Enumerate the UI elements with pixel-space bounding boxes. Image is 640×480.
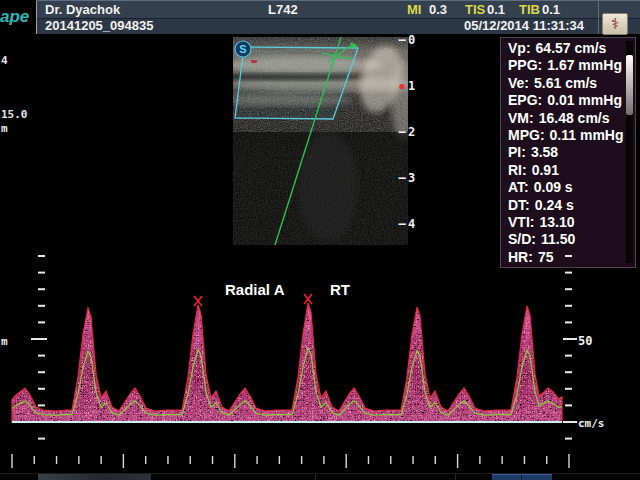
measurement-row: Ve:5.61 cm/s	[508, 75, 624, 92]
measurement-label: VM:	[508, 110, 534, 126]
left-edge-label-3: m	[1, 122, 8, 135]
panel-scrollbar-thumb[interactable]	[626, 55, 633, 115]
mi-value: 0.3	[429, 2, 447, 18]
orientation-logo-letter: S	[239, 43, 246, 55]
measurement-label: AT:	[508, 179, 529, 195]
depth-scale-row: – 2	[398, 124, 424, 140]
measurement-label: MPG:	[508, 127, 545, 143]
measurement-panel: Vp:64.57 cm/s PPG:1.67 mmHg Ve:5.61 cm/s…	[500, 37, 636, 268]
measurement-row: EPG:0.01 mmHg	[508, 92, 624, 109]
depth-tick: ●	[398, 81, 406, 91]
measurement-value: 0.11 mmHg	[550, 127, 624, 143]
measurement-row: S/D:11.50	[508, 231, 624, 248]
measurement-label: PPG:	[508, 57, 542, 73]
measurement-row: PPG:1.67 mmHg	[508, 57, 624, 74]
measurement-label: VTI:	[508, 214, 534, 230]
measurement-label: DT:	[508, 197, 530, 213]
depth-tick: –	[398, 217, 406, 231]
measurement-label: EPG:	[508, 92, 542, 108]
measurement-row: VM:16.48 cm/s	[508, 110, 624, 127]
measurement-value: 64.57 cm/s	[536, 40, 607, 56]
depth-label: 3	[408, 171, 415, 185]
measurement-row: AT:0.09 s	[508, 179, 624, 196]
brand-logo: ape	[0, 7, 29, 27]
bmode-image: S	[233, 37, 408, 245]
marker-dot	[251, 60, 257, 63]
ultrasound-screen: Dr. Dyachok L742 MI 0.3 TIS 0.1 TIB 0.1 …	[0, 0, 640, 480]
header-separator-right	[598, 1, 599, 34]
spectral-display	[0, 250, 640, 472]
filmstrip-thumbnails[interactable]	[38, 474, 150, 480]
left-edge-label-2: 15.0	[1, 108, 28, 121]
measurement-label: RI:	[508, 162, 527, 178]
filmstrip-divider	[150, 474, 151, 480]
header-bar: Dr. Dyachok L742 MI 0.3 TIS 0.1 TIB 0.1 …	[0, 0, 640, 34]
measurement-value: 1.67 mmHg	[547, 57, 622, 73]
measurement-row: Vp:64.57 cm/s	[508, 40, 624, 57]
measurement-value: 0.91	[532, 162, 559, 178]
depth-label: 2	[408, 125, 415, 139]
mi-label: MI	[407, 2, 421, 18]
left-edge-label-1: 4	[1, 54, 8, 67]
depth-scale: – 0 ● 1 – 2 – 3 – 4	[398, 32, 424, 272]
depth-tick: –	[398, 33, 406, 47]
measurement-value: 13.10	[539, 214, 574, 230]
depth-label: 4	[408, 217, 415, 231]
depth-scale-row: – 0	[398, 32, 424, 48]
probe-name: L742	[268, 2, 298, 18]
measurement-row: VTI:13.10	[508, 214, 624, 231]
depth-label: 1	[408, 79, 415, 93]
measurement-list: Vp:64.57 cm/s PPG:1.67 mmHg Ve:5.61 cm/s…	[508, 40, 624, 266]
measurement-label: S/D:	[508, 231, 536, 247]
depth-tick: –	[398, 171, 406, 185]
depth-label: 0	[408, 33, 415, 47]
filmstrip-active-segment[interactable]	[492, 474, 552, 480]
depth-scale-row: – 4	[398, 216, 424, 232]
tis-label: TIS	[465, 2, 485, 18]
tis-value: 0.1	[487, 2, 505, 18]
caliper-marker[interactable]	[194, 296, 202, 306]
measurement-value: 0.01 mmHg	[547, 92, 622, 108]
tib-label: TIB	[519, 2, 540, 18]
brand-logo-zone: ape	[0, 0, 36, 34]
measurement-row: MPG:0.11 mmHg	[508, 127, 624, 144]
measurement-label: Ve:	[508, 75, 529, 91]
cine-filmstrip[interactable]	[0, 473, 640, 480]
measurement-value: 0.09 s	[534, 179, 573, 195]
exam-datetime: 05/12/2014 11:31:34	[464, 18, 584, 34]
depth-scale-row: – 3	[398, 170, 424, 186]
caliper-marker[interactable]	[304, 294, 312, 304]
measurement-label: PI:	[508, 144, 526, 160]
header-separator	[36, 1, 37, 34]
clinic-emblem-icon[interactable]: ⚕	[602, 13, 628, 35]
measurement-value: 16.48 cm/s	[539, 110, 610, 126]
physician-name: Dr. Dyachok	[45, 2, 120, 18]
measurement-row: PI:3.58	[508, 144, 624, 161]
measurement-value: 5.61 cm/s	[534, 75, 597, 91]
filmstrip-divider	[455, 474, 456, 480]
filmstrip-divider	[315, 474, 316, 480]
measurement-row: DT:0.24 s	[508, 197, 624, 214]
tib-value: 0.1	[542, 2, 560, 18]
measurement-value: 0.24 s	[535, 197, 574, 213]
measurement-value: 11.50	[541, 231, 575, 247]
depth-scale-row: ● 1	[398, 78, 424, 94]
exam-id: 20141205_094835	[45, 18, 153, 34]
measurement-row: RI:0.91	[508, 162, 624, 179]
measurement-label: Vp:	[508, 40, 531, 56]
depth-tick: –	[398, 125, 406, 139]
measurement-value: 3.58	[531, 144, 558, 160]
